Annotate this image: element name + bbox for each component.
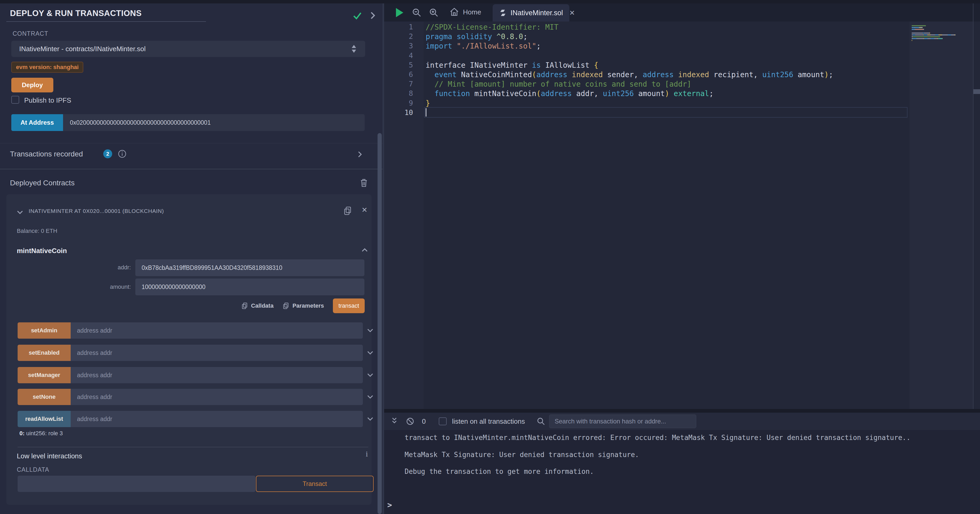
editor-minimap[interactable] bbox=[910, 22, 973, 409]
tab-home[interactable]: Home bbox=[449, 7, 481, 17]
expand-chevron-down-icon[interactable] bbox=[366, 326, 374, 335]
tab-close-icon[interactable]: ✕ bbox=[570, 9, 575, 17]
low-level-title: Low level interactions bbox=[17, 452, 82, 460]
minimap-line bbox=[912, 38, 943, 39]
at-address-input[interactable]: 0x02000000000000000000000000000000000000… bbox=[63, 114, 365, 131]
current-line-highlight bbox=[424, 107, 907, 117]
home-icon bbox=[449, 7, 459, 17]
readallowlist-output: 0: uint256: role 3 bbox=[19, 430, 63, 437]
zoom-in-icon[interactable] bbox=[429, 8, 439, 17]
line-number: 7 bbox=[384, 80, 413, 88]
setAdmin-button[interactable]: setAdmin bbox=[18, 322, 71, 339]
expand-chevron-down-icon[interactable] bbox=[366, 392, 374, 401]
section-divider bbox=[0, 169, 383, 169]
publish-ipfs-label: Publish to IPFS bbox=[24, 96, 71, 105]
tab-inativeminter[interactable]: INativeMinter.sol ✕ bbox=[493, 4, 570, 22]
setAdmin-input[interactable] bbox=[71, 322, 363, 339]
panel-scrollbar-thumb[interactable] bbox=[377, 133, 382, 514]
code-line-7: // Mint [amount] number of native coins … bbox=[426, 80, 691, 89]
low-level-info-icon[interactable]: i bbox=[366, 449, 368, 458]
terminal-resize-handle[interactable] bbox=[384, 409, 980, 412]
method-row-setEnabled: setEnabled bbox=[18, 345, 375, 361]
setEnabled-button[interactable]: setEnabled bbox=[18, 345, 71, 361]
line-number: 2 bbox=[384, 32, 413, 40]
search-icon bbox=[536, 417, 546, 426]
code-line-9: } bbox=[426, 99, 430, 108]
terminal-controls: 0 listen on all transactions bbox=[384, 412, 980, 430]
contract-select[interactable]: INativeMinter - contracts/INativeMinter.… bbox=[11, 41, 365, 57]
deploy-button[interactable]: Deploy bbox=[11, 78, 53, 92]
transactions-expand-chevron-icon[interactable] bbox=[355, 150, 364, 159]
transactions-info-icon[interactable] bbox=[118, 149, 127, 159]
minimap-line bbox=[912, 40, 912, 41]
line-number: 5 bbox=[384, 61, 413, 69]
terminal-search-input[interactable] bbox=[549, 414, 696, 428]
code-line-3: import "./IAllowList.sol"; bbox=[426, 42, 541, 51]
clear-console-ban-icon[interactable] bbox=[406, 417, 415, 426]
terminal-log-area[interactable]: transact to INativeMinter.mintNativeCoin… bbox=[384, 430, 980, 514]
function-name: mintNativeCoin bbox=[17, 247, 67, 255]
line-number: 10 bbox=[384, 108, 413, 117]
terminal-collapse-double-chevron-icon[interactable] bbox=[390, 416, 399, 426]
readAllowList-input[interactable] bbox=[71, 411, 363, 427]
expand-chevron-down-icon[interactable] bbox=[366, 414, 374, 423]
code-line-2: pragma solidity ^0.8.0; bbox=[426, 32, 528, 41]
copy-icon bbox=[282, 302, 289, 310]
minimap-line bbox=[912, 33, 930, 33]
minimap-border bbox=[973, 3, 974, 409]
pending-tx-count: 0 bbox=[422, 417, 426, 425]
setNone-button[interactable]: setNone bbox=[18, 389, 71, 405]
copy-calldata[interactable]: Calldata bbox=[241, 302, 274, 310]
panel-collapse-chevron-right-icon[interactable] bbox=[367, 10, 378, 21]
code-line-6: event NativeCoinMinted(address indexed s… bbox=[426, 70, 833, 79]
minimap-line bbox=[912, 25, 926, 26]
contract-label: CONTRACT bbox=[13, 30, 48, 37]
expand-chevron-down-icon[interactable] bbox=[366, 371, 374, 379]
setNone-input[interactable] bbox=[71, 389, 363, 405]
line-number: 4 bbox=[384, 51, 413, 60]
amount-param-input[interactable]: 1000000000000000000 bbox=[135, 279, 364, 295]
editor-region[interactable]: Home INativeMinter.sol ✕ 1//SPDX-License… bbox=[384, 3, 980, 409]
remix-ide: DEPLOY & RUN TRANSACTIONS CONTRACT INati… bbox=[0, 0, 980, 514]
card-collapse-chevron-down-icon[interactable] bbox=[16, 208, 24, 216]
method-row-setNone: setNone bbox=[18, 389, 375, 405]
transact-button[interactable]: transact bbox=[333, 298, 365, 313]
low-calldata-label: CALLDATA bbox=[17, 466, 49, 473]
copy-parameters[interactable]: Parameters bbox=[282, 302, 324, 310]
editor-scrollbar-thumb[interactable] bbox=[974, 89, 980, 94]
card-close-icon[interactable]: ✕ bbox=[361, 206, 368, 214]
solidity-file-icon bbox=[500, 9, 506, 17]
copy-address-icon[interactable] bbox=[343, 206, 352, 216]
parameters-action-label: Parameters bbox=[293, 302, 324, 309]
low-transact-button[interactable]: Transact bbox=[256, 476, 374, 492]
deploy-run-panel: DEPLOY & RUN TRANSACTIONS CONTRACT INati… bbox=[0, 3, 383, 514]
zoom-out-icon[interactable] bbox=[412, 8, 422, 17]
minimap-line bbox=[912, 34, 956, 35]
addr-param-input[interactable]: 0xB78cbAa319ffBD899951AA30D4320f58189383… bbox=[135, 259, 364, 276]
line-number: 3 bbox=[384, 42, 413, 50]
low-calldata-input[interactable] bbox=[18, 476, 255, 492]
setEnabled-input[interactable] bbox=[71, 345, 363, 361]
deployed-contract-card: INATIVEMINTER AT 0X020...00001 (BLOCKCHA… bbox=[6, 194, 372, 505]
at-address-button[interactable]: At Address bbox=[11, 114, 63, 131]
method-row-setManager: setManager bbox=[18, 367, 375, 383]
section-divider bbox=[0, 143, 383, 143]
setManager-input[interactable] bbox=[71, 367, 363, 383]
listen-transactions-checkbox[interactable] bbox=[439, 417, 447, 425]
function-collapse-chevron-up-icon[interactable] bbox=[361, 246, 369, 254]
minimap-line bbox=[912, 29, 924, 30]
tab-home-label: Home bbox=[463, 8, 481, 16]
line-number: 6 bbox=[384, 70, 413, 78]
trash-icon[interactable] bbox=[360, 178, 368, 188]
readAllowList-button[interactable]: readAllowList bbox=[18, 411, 71, 427]
minimap-line bbox=[912, 36, 940, 37]
expand-chevron-down-icon[interactable] bbox=[366, 348, 374, 357]
select-updown-icon bbox=[350, 44, 357, 54]
setManager-button[interactable]: setManager bbox=[18, 367, 71, 383]
balance-label: Balance: 0 ETH bbox=[17, 228, 57, 235]
function-actions-row: Calldata Parameters transact bbox=[6, 298, 365, 313]
panel-title: DEPLOY & RUN TRANSACTIONS bbox=[10, 9, 142, 18]
publish-ipfs-checkbox[interactable] bbox=[11, 96, 19, 104]
run-script-play-icon[interactable] bbox=[395, 7, 405, 18]
line-number: 1 bbox=[384, 23, 413, 31]
